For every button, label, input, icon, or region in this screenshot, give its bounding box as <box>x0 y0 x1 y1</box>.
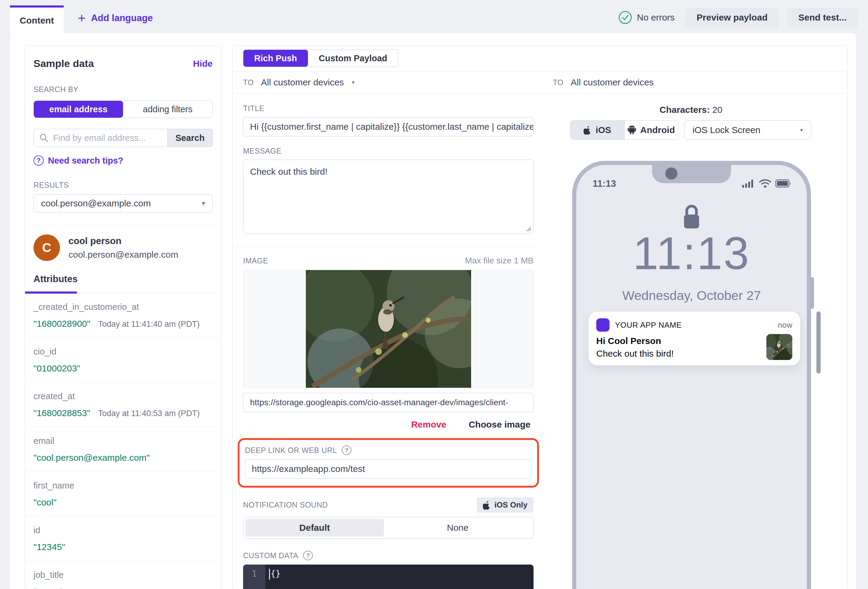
title-input[interactable]: Hi {{customer.first_name | capitalize}} … <box>243 117 533 136</box>
phone-preview: 11:13 11:13 <box>572 161 811 589</box>
sound-default-option[interactable]: Default <box>245 519 384 537</box>
attribute-row: cio_id "01000203" <box>25 337 221 382</box>
status-bar-time: 11:13 <box>593 178 616 189</box>
attribute-value: "01000203" <box>34 363 80 374</box>
notification-body: Check out this bird! <box>596 349 766 359</box>
top-bar: Content + Add language No errors Preview… <box>0 0 868 33</box>
custom-data-label: CUSTOM DATA <box>243 551 298 560</box>
attribute-key: cio_id <box>34 347 213 357</box>
resize-handle-icon[interactable] <box>524 225 531 232</box>
avatar: C <box>34 234 60 261</box>
tab-content-label: Content <box>19 15 54 26</box>
send-test-button[interactable]: Send test... <box>787 8 858 27</box>
attribute-value: "1680028853" <box>34 408 90 418</box>
to-value[interactable]: All customer devices <box>261 77 344 87</box>
tab-custom-payload[interactable]: Custom Payload <box>308 50 398 67</box>
search-placeholder: Find by email address... <box>53 133 146 143</box>
max-file-size-label: Max file size 1 MB <box>465 256 533 265</box>
search-button[interactable]: Search <box>167 129 213 147</box>
chevron-down-icon: ▾ <box>202 200 205 207</box>
title-label: TITLE <box>243 104 533 113</box>
image-url-value: https://storage.googleapis.com/cio-asset… <box>250 398 508 407</box>
search-input[interactable]: Find by email address... <box>34 129 167 147</box>
message-textarea[interactable]: Check out this bird! <box>243 160 533 234</box>
sound-segmented: Default None <box>243 517 533 539</box>
segment-adding-filters[interactable]: adding filters <box>123 101 212 118</box>
wifi-icon <box>759 179 771 188</box>
attribute-key: job_title <box>34 570 213 580</box>
custom-data-editor[interactable]: 1 {} <box>243 565 533 589</box>
editor-code: {} <box>270 569 281 579</box>
divider <box>25 224 221 224</box>
choose-image-link[interactable]: Choose image <box>469 419 530 430</box>
need-search-tips-link[interactable]: ? Need search tips? <box>34 155 213 166</box>
tab-content[interactable]: Content <box>10 6 63 33</box>
preview-payload-button[interactable]: Preview payload <box>685 8 779 27</box>
person-email: cool.person@example.com <box>68 250 178 260</box>
attribute-row: email "cool.person@example.com" <box>25 427 221 472</box>
tab-rich-push[interactable]: Rich Push <box>244 50 308 67</box>
chevron-down-icon[interactable]: ▾ <box>352 79 354 86</box>
results-label: RESULTS <box>34 181 213 189</box>
to-row-composer: TO All customer devices ▾ <box>243 71 354 93</box>
notification-preview[interactable]: YOUR APP NAME now Hi Cool Person Check o… <box>588 312 800 366</box>
attribute-note: Today at 11:40:53 am (PDT) <box>98 409 200 418</box>
help-icon[interactable]: ? <box>342 445 351 455</box>
ios-only-label: iOS Only <box>495 500 527 510</box>
preview-scrollbar[interactable] <box>816 311 821 374</box>
notification-time: now <box>778 320 792 330</box>
to-label: TO <box>243 78 254 87</box>
deep-link-highlight-ring: DEEP LINK OR WEB URL ? https://exampleap… <box>238 438 539 488</box>
battery-icon <box>775 179 791 188</box>
image-url-input[interactable]: https://storage.googleapis.com/cio-asset… <box>243 393 533 412</box>
send-test-label: Send test... <box>798 12 847 23</box>
ios-only-badge: iOS Only <box>477 497 533 513</box>
signal-icon <box>742 179 755 188</box>
message-label: MESSAGE <box>243 147 533 155</box>
apple-icon <box>483 500 491 510</box>
to-row-preview: TO All customer devices <box>553 71 654 93</box>
phone-side-button <box>810 277 814 309</box>
segment-email-address[interactable]: email address <box>34 101 123 118</box>
attribute-value: "1680028900" <box>34 319 90 329</box>
notification-app-name: YOUR APP NAME <box>615 320 682 330</box>
plus-icon: + <box>78 12 86 24</box>
help-icon[interactable]: ? <box>303 551 313 560</box>
lock-icon <box>682 204 701 229</box>
sound-none-option[interactable]: None <box>384 519 531 537</box>
preview-screen-select[interactable]: iOS Lock Screen ▾ <box>684 120 811 140</box>
search-tips-label: Need search tips? <box>48 156 123 166</box>
tab-attributes[interactable]: Attributes <box>34 274 213 284</box>
bird-image <box>766 334 792 360</box>
add-language-button[interactable]: + Add language <box>78 12 153 24</box>
lockscreen-clock: 11:13 <box>576 229 807 277</box>
search-button-label: Search <box>176 133 205 143</box>
apple-icon <box>584 126 592 135</box>
title-input-value: Hi {{customer.first_name | capitalize}} … <box>250 121 533 132</box>
attribute-value: "12345" <box>34 542 65 552</box>
remove-image-link[interactable]: Remove <box>411 419 446 430</box>
search-icon <box>39 133 49 143</box>
to-label: TO <box>553 78 563 87</box>
deep-link-input[interactable]: https://exampleapp.com/test <box>245 459 532 478</box>
attribute-key: first_name <box>34 481 213 491</box>
notification-title: Hi Cool Person <box>596 336 766 346</box>
hide-link[interactable]: Hide <box>193 59 213 69</box>
attribute-key: _created_in_customerio_at <box>34 302 213 312</box>
payload-type-segmented: Rich Push Custom Payload <box>243 49 399 67</box>
platform-android[interactable]: Android <box>624 121 678 139</box>
character-count-label: Characters: <box>660 105 710 115</box>
image-preview-frame <box>243 270 533 388</box>
question-circle-icon: ? <box>34 155 44 166</box>
attribute-row: id "12345" <box>25 516 221 561</box>
no-errors-status: No errors <box>618 10 675 24</box>
platform-ios[interactable]: iOS <box>571 121 624 139</box>
attribute-value: "cool.person@example.com" <box>34 453 150 463</box>
results-select-value: cool.person@example.com <box>41 198 151 209</box>
image-label: IMAGE <box>243 256 268 265</box>
attribute-value: "tester" <box>34 587 62 589</box>
check-circle-icon <box>618 10 632 24</box>
phone-notch <box>652 164 731 183</box>
platform-android-label: Android <box>640 125 675 135</box>
results-select[interactable]: cool.person@example.com ▾ <box>34 194 213 212</box>
